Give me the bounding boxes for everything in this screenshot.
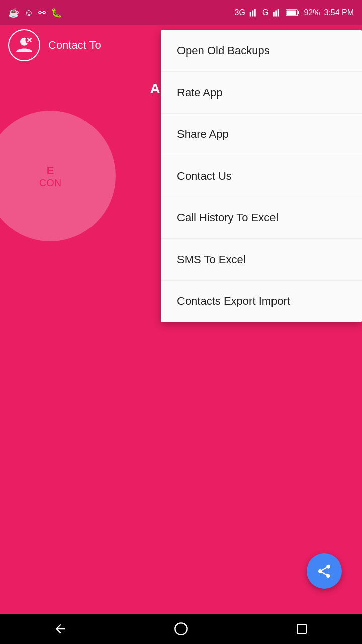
svg-rect-14 <box>297 624 306 633</box>
svg-point-13 <box>175 623 187 634</box>
dropdown-overlay: Open Old Backups Rate App Share App Cont… <box>0 0 362 614</box>
menu-item-open-old-backups[interactable]: Open Old Backups <box>161 30 362 72</box>
back-icon <box>53 622 67 636</box>
menu-item-contacts-export-import[interactable]: Contacts Export Import <box>161 281 362 322</box>
menu-item-sms-to-excel[interactable]: SMS To Excel <box>161 239 362 281</box>
menu-item-contact-us[interactable]: Contact Us <box>161 155 362 197</box>
home-button[interactable] <box>166 614 196 644</box>
bottom-nav <box>0 614 362 644</box>
menu-item-call-history-to-excel[interactable]: Call History To Excel <box>161 197 362 239</box>
dropdown-dim[interactable] <box>0 0 160 614</box>
menu-item-rate-app[interactable]: Rate App <box>161 72 362 114</box>
recent-button[interactable] <box>287 614 317 644</box>
recent-icon <box>296 623 308 635</box>
home-icon <box>174 622 188 636</box>
menu-item-share-app[interactable]: Share App <box>161 114 362 155</box>
dropdown-menu: Open Old Backups Rate App Share App Cont… <box>161 30 362 322</box>
back-button[interactable] <box>45 614 75 644</box>
